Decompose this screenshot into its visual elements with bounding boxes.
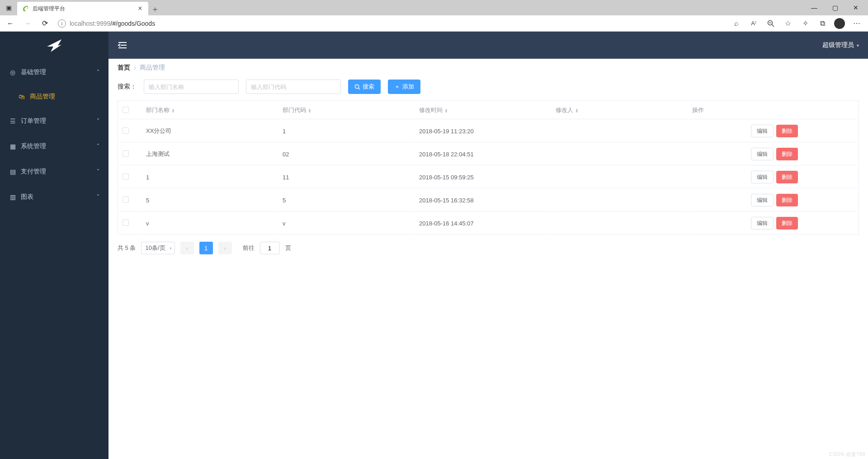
svg-point-6: [355, 84, 359, 88]
user-dropdown[interactable]: 超级管理员 ▾: [822, 41, 859, 49]
sidebar-item-orders[interactable]: ☰ 订单管理 ˅: [0, 108, 108, 134]
profile-avatar[interactable]: [831, 16, 848, 31]
pagination: 共 5 条 10条/页 ‹ 1 › 前往 页: [118, 242, 859, 254]
delete-button[interactable]: 删除: [776, 217, 798, 230]
address-bar: ← → ⟳ i localhost:9999/#/goods/Goods ⌕ A…: [0, 15, 868, 32]
search-row: 搜索： 搜索 ＋ 添加: [118, 80, 859, 94]
content: 搜索： 搜索 ＋ 添加 部门名称▲▼ 部门代码▲▼: [108, 77, 868, 263]
back-button[interactable]: ←: [3, 16, 18, 31]
sidebar-item-charts[interactable]: ▥ 图表 ˅: [0, 184, 108, 210]
sidebar-item-goods[interactable]: 🛍 商品管理: [0, 85, 108, 108]
tab-overview-icon[interactable]: ▣: [0, 0, 17, 15]
forward-button[interactable]: →: [20, 16, 35, 31]
table-row: 552018-05-15 16:32:58编辑删除: [119, 189, 858, 211]
collapse-sidebar-button[interactable]: [118, 41, 127, 49]
delete-button[interactable]: 删除: [776, 194, 798, 206]
row-checkbox-cell[interactable]: [119, 189, 142, 211]
cell-name: XX分公司: [142, 120, 278, 142]
browser-tab[interactable]: 后端管理平台 ×: [17, 2, 148, 15]
next-page-button[interactable]: ›: [218, 242, 232, 254]
more-icon[interactable]: ⋯: [848, 16, 865, 31]
cell-code: 02: [279, 143, 415, 165]
sidebar-submenu-basic: 🛍 商品管理: [0, 85, 108, 108]
search-button[interactable]: 搜索: [348, 80, 381, 94]
checkbox-icon[interactable]: [123, 107, 129, 113]
select-all-header[interactable]: [119, 102, 142, 119]
refresh-button[interactable]: ⟳: [37, 16, 52, 31]
watermark: CSDN @盘709: [829, 451, 865, 458]
edit-button[interactable]: 编辑: [751, 148, 774, 160]
sidebar-item-payment[interactable]: ▤ 支付管理 ˅: [0, 159, 108, 184]
checkbox-icon[interactable]: [123, 173, 129, 180]
maximize-button[interactable]: ▢: [825, 1, 845, 14]
checkbox-icon[interactable]: [123, 150, 129, 157]
list-icon: ☰: [9, 117, 16, 125]
chevron-down-icon: ˅: [97, 194, 99, 200]
col-header-code[interactable]: 部门代码▲▼: [279, 102, 415, 119]
edit-button[interactable]: 编辑: [751, 171, 774, 183]
col-header-time[interactable]: 修改时间▲▼: [415, 102, 551, 119]
goto-page-input[interactable]: [260, 242, 280, 254]
dept-code-input[interactable]: [246, 80, 341, 94]
reading-list-icon[interactable]: ✧: [797, 16, 814, 31]
bag-icon: 🛍: [18, 93, 25, 100]
sidebar-item-system[interactable]: ▦ 系统管理 ˅: [0, 134, 108, 159]
url-text: localhost:9999/#/goods/Goods: [70, 20, 155, 27]
delete-button[interactable]: 删除: [776, 171, 798, 183]
row-checkbox-cell[interactable]: [119, 166, 142, 188]
gear-icon: ◎: [9, 69, 16, 76]
table-header-row: 部门名称▲▼ 部门代码▲▼ 修改时间▲▼ 修改人▲▼ 操作: [119, 102, 858, 119]
table-row: XX分公司12018-05-19 11:23:20编辑删除: [119, 120, 858, 142]
zoom-out-icon[interactable]: [762, 16, 779, 31]
topbar: 超级管理员 ▾: [108, 32, 868, 59]
collections-icon[interactable]: ⧉: [814, 16, 831, 31]
key-icon[interactable]: ⌕: [728, 16, 745, 31]
sidebar-item-label: 支付管理: [21, 168, 92, 176]
user-label: 超级管理员: [822, 41, 854, 49]
checkbox-icon[interactable]: [123, 220, 129, 226]
dept-name-input[interactable]: [144, 80, 239, 94]
prev-page-button[interactable]: ‹: [180, 242, 194, 254]
checkbox-icon[interactable]: [123, 197, 129, 203]
cell-name: 1: [142, 166, 278, 188]
minimize-button[interactable]: —: [804, 1, 825, 14]
card-icon: ▤: [9, 168, 16, 175]
row-checkbox-cell[interactable]: [119, 120, 142, 142]
edit-button[interactable]: 编辑: [751, 217, 774, 230]
sidebar-item-label: 系统管理: [21, 142, 92, 150]
read-aloud-icon[interactable]: A⁾: [745, 16, 762, 31]
url-bar[interactable]: i localhost:9999/#/goods/Goods: [54, 17, 726, 30]
browser-tabbar: ▣ 后端管理平台 × ＋ — ▢ ✕: [0, 0, 868, 15]
edit-button[interactable]: 编辑: [751, 125, 774, 137]
site-info-icon[interactable]: i: [58, 19, 66, 28]
goto-suffix: 页: [285, 244, 291, 252]
cell-op: 编辑删除: [689, 143, 858, 165]
search-button-label: 搜索: [363, 83, 374, 91]
tab-title: 后端管理平台: [33, 5, 133, 13]
col-header-name[interactable]: 部门名称▲▼: [142, 102, 278, 119]
cell-name: 上海测试: [142, 143, 278, 165]
row-checkbox-cell[interactable]: [119, 143, 142, 165]
edit-button[interactable]: 编辑: [751, 194, 774, 206]
cell-modifier: [552, 166, 688, 188]
page-size-select[interactable]: 10条/页: [141, 242, 175, 254]
breadcrumb-home[interactable]: 首页: [118, 64, 130, 72]
cell-code: 1: [279, 120, 415, 142]
add-button[interactable]: ＋ 添加: [388, 80, 420, 94]
delete-button[interactable]: 删除: [776, 148, 798, 160]
col-header-modifier[interactable]: 修改人▲▼: [552, 102, 688, 119]
table-row: 上海测试022018-05-18 22:04:51编辑删除: [119, 143, 858, 165]
new-tab-button[interactable]: ＋: [148, 3, 162, 15]
svg-line-7: [359, 88, 360, 89]
favorites-icon[interactable]: ☆: [779, 16, 797, 31]
page-size-label: 10条/页: [145, 244, 165, 252]
close-icon[interactable]: ×: [137, 5, 144, 12]
close-window-button[interactable]: ✕: [845, 1, 866, 14]
page-number-1[interactable]: 1: [199, 242, 213, 254]
grid-icon: ▦: [9, 143, 16, 150]
delete-button[interactable]: 删除: [776, 125, 798, 137]
row-checkbox-cell[interactable]: [119, 212, 142, 234]
cell-code: 5: [279, 189, 415, 211]
checkbox-icon[interactable]: [123, 127, 129, 134]
sidebar-item-basic[interactable]: ◎ 基础管理 ˄: [0, 60, 108, 85]
